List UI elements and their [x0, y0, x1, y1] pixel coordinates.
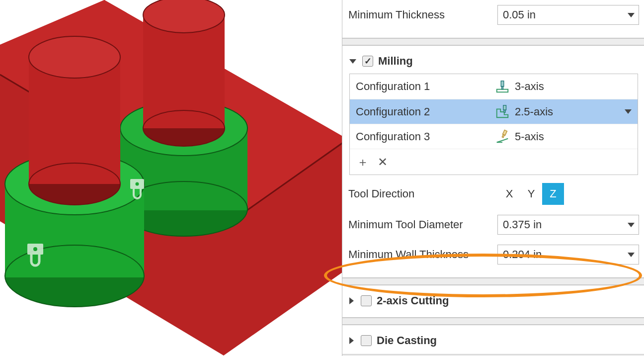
min-tool-diameter-value: 0.375 in [503, 218, 542, 231]
remove-config-button[interactable]: ✕ [378, 155, 388, 169]
tool-direction-y[interactable]: Y [520, 183, 542, 205]
svg-rect-10 [502, 134, 504, 137]
mill-3axis-icon [495, 79, 510, 94]
milling-configurations: Configuration 1 3-axis Configuration 2 [349, 74, 638, 175]
min-wall-thickness-label: Minimum Wall Thickness [348, 248, 497, 261]
chevron-down-icon [628, 253, 635, 257]
two-axis-cutting-checkbox[interactable] [361, 295, 372, 306]
configuration-row-1[interactable]: Configuration 1 3-axis [350, 74, 638, 99]
add-config-button[interactable]: ＋ [357, 154, 369, 170]
config-name: Configuration 2 [356, 105, 490, 118]
chevron-down-icon [628, 13, 635, 17]
milling-checkbox[interactable] [362, 56, 373, 67]
properties-panel: Minimum Thickness 0.05 in Milling Confi [342, 0, 644, 356]
svg-rect-7 [503, 105, 506, 109]
svg-rect-5 [501, 81, 504, 87]
min-wall-thickness-value: 0.204 in [503, 248, 542, 261]
svg-point-1 [33, 247, 37, 251]
min-thickness-value: 0.05 in [503, 8, 536, 21]
config-type: 3-axis [515, 80, 544, 93]
svg-rect-8 [504, 110, 505, 112]
tool-direction-segmented: X Y Z [498, 183, 564, 205]
configuration-row-3[interactable]: Configuration 3 5-axis [350, 124, 638, 149]
tool-direction-z[interactable]: Z [542, 183, 564, 205]
min-wall-thickness-input[interactable]: 0.204 in [497, 245, 639, 265]
min-tool-diameter-label: Minimum Tool Diameter [348, 218, 497, 231]
milling-title: Milling [378, 55, 413, 68]
min-tool-diameter-input[interactable]: 0.375 in [497, 215, 639, 235]
tool-direction-label: Tool Direction [348, 187, 497, 200]
mill-5axis-icon [495, 129, 510, 144]
disclosure-closed-icon[interactable] [349, 337, 354, 344]
config-type: 5-axis [515, 130, 544, 143]
chevron-down-icon [628, 223, 635, 227]
3d-viewport[interactable] [0, 0, 342, 356]
chevron-down-icon [625, 109, 632, 114]
disclosure-open-icon[interactable] [349, 59, 356, 64]
die-casting-title: Die Casting [377, 334, 437, 347]
svg-rect-4 [497, 89, 508, 92]
tool-direction-x[interactable]: X [498, 183, 520, 205]
config-type: 2.5-axis [515, 105, 553, 118]
mill-25axis-icon [495, 104, 510, 119]
svg-point-3 [136, 182, 139, 186]
die-casting-checkbox[interactable] [361, 335, 372, 346]
config-name: Configuration 3 [356, 130, 490, 143]
min-thickness-label: Minimum Thickness [348, 8, 497, 21]
svg-rect-6 [502, 87, 503, 89]
disclosure-closed-icon[interactable] [349, 297, 354, 304]
config-name: Configuration 1 [356, 80, 490, 93]
min-thickness-input[interactable]: 0.05 in [497, 5, 639, 25]
model-svg [0, 0, 342, 356]
configuration-row-2[interactable]: Configuration 2 2.5-axis [350, 99, 638, 124]
two-axis-cutting-title: 2-axis Cutting [377, 294, 449, 307]
